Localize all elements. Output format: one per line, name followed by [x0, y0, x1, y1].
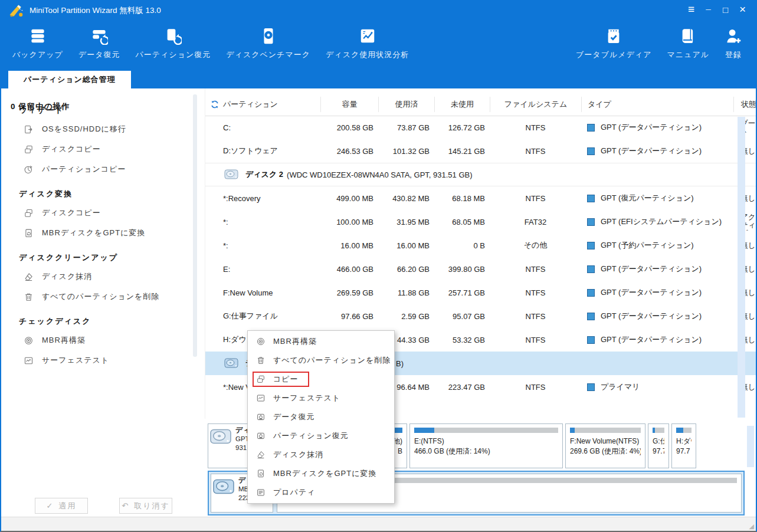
diskmap-scrollbar[interactable]: [747, 426, 754, 467]
menu-entry: プロパティ: [255, 486, 320, 499]
sidebar-item-disk-copy-2[interactable]: ディスクコピー: [1, 203, 196, 223]
context-menu-item-label: データ復元: [273, 412, 315, 422]
minimize-icon[interactable]: [700, 1, 717, 18]
trash-icon: [24, 292, 34, 302]
partition-unused: 257.71 GB: [434, 288, 490, 297]
toolbar-item-data-recovery[interactable]: データ復元: [71, 21, 128, 60]
partition-capacity: 499.00 MB: [320, 194, 378, 203]
toolbar-item-bootable-media[interactable]: ブータブルメディア: [568, 21, 659, 60]
column-partition[interactable]: パーティション: [205, 97, 320, 112]
sidebar-item-label: すべてのパーティションを削除: [42, 291, 159, 302]
wipe-icon: [256, 450, 266, 459]
column-filesystem[interactable]: ファイルシステム: [490, 97, 581, 112]
context-menu-item-mbr-to-gpt[interactable]: MBRディスクをGPTに変換: [248, 465, 394, 483]
disk-row[interactable]: ディスク 2(WDC WD10EZEX-08WN4A0 SATA, GPT, 9…: [205, 163, 757, 186]
partition-row[interactable]: F:New Volume269.59 GB11.88 GB257.71 GBNT…: [205, 281, 757, 304]
main-toolbar: バックアップデータ復元パーティション復元ディスクベンチマークディスク使用状況分析…: [1, 21, 756, 71]
partition-row[interactable]: *:Recovery499.00 MB430.82 MB68.18 MBNTFS…: [205, 186, 757, 210]
partition-row[interactable]: *:16.00 MB16.00 MB0 Bその他GPT (予約パーティション)無…: [205, 234, 757, 257]
partition-status: 無し: [733, 265, 757, 273]
type-color-square: [587, 383, 595, 391]
partition-filesystem: NTFS: [490, 312, 581, 321]
sidebar-item-partition-copy[interactable]: パーティションコピー: [1, 159, 196, 179]
partition-row[interactable]: G:仕事ファイル97.66 GB2.59 GB95.07 GBNTFSGPT (…: [205, 304, 757, 328]
type-color-square: [587, 265, 595, 273]
partition-row[interactable]: D:ソフトウェア246.53 GB101.32 GB145.21 GBNTFSG…: [205, 139, 757, 163]
partition-used: 73.87 GB: [378, 123, 434, 132]
refresh-icon[interactable]: [209, 99, 220, 110]
context-menu-item-label: パーティション復元: [273, 431, 349, 441]
window-controls: [683, 1, 751, 18]
app-logo-icon: [8, 3, 24, 18]
sidebar-item-rebuild-mbr[interactable]: MBR再構築: [1, 330, 196, 350]
context-menu-item-delete-all-partitions[interactable]: すべてのパーティションを削除: [248, 352, 394, 370]
usage-bar: [570, 428, 641, 433]
resize-grip-icon[interactable]: ◢: [749, 523, 754, 530]
toolbar-right: ブータブルメディアマニュアル登録: [568, 21, 750, 60]
toolbar-item-disk-benchmark[interactable]: ディスクベンチマーク: [218, 21, 318, 60]
diskmap-partition-e[interactable]: E:(NTFS)466.0 GB (使用済: 14%): [409, 423, 563, 468]
partition-used: 101.32 GB: [378, 147, 434, 156]
usage-bar: [676, 428, 692, 433]
context-menu-item-wipe-disk[interactable]: ディスク抹消: [248, 446, 394, 464]
maximize-icon[interactable]: [717, 1, 734, 18]
bootable-media-icon: [605, 27, 622, 45]
partition-name: F:New Volume: [205, 288, 320, 297]
surface-icon: [256, 393, 266, 403]
partition-card-size: 269.6 GB (使用済: 4%): [570, 446, 641, 457]
menu-icon[interactable]: [683, 1, 700, 18]
sidebar-item-disk-copy[interactable]: ディスクコピー: [1, 139, 196, 159]
diskmap-partition-g[interactable]: G:仕事ファイル97.7 GB: [648, 423, 669, 468]
sidebar-nav: ウィザードOSをSSD/HDDに移行ディスクコピーパーティションコピーディスク変…: [1, 96, 196, 370]
table-header: パーティション 容量 使用済 未使用 ファイルシステム タイプ 状態: [205, 93, 757, 116]
column-unused[interactable]: 未使用: [434, 97, 490, 112]
table-scrollbar[interactable]: [738, 117, 745, 418]
sidebar-item-delete-all-partitions[interactable]: すべてのパーティションを削除: [1, 287, 196, 307]
type-color-square: [587, 289, 595, 297]
partition-name: C:: [205, 123, 320, 132]
sidebar-item-label: ディスクコピー: [42, 144, 101, 155]
partition-type: GPT (データパーティション): [581, 264, 733, 274]
diskmap-partition-h[interactable]: H:ダウン97.7 GB: [671, 423, 696, 468]
context-menu-item-data-recovery[interactable]: データ復元: [248, 408, 394, 426]
column-used[interactable]: 使用済: [378, 97, 434, 112]
column-capacity[interactable]: 容量: [320, 97, 378, 112]
toolbar-item-register[interactable]: 登録: [717, 21, 750, 60]
context-menu-item-rebuild-mbr[interactable]: MBR再構築: [248, 333, 394, 351]
partition-status: 無し: [733, 383, 757, 391]
context-menu-item-copy[interactable]: コピー: [248, 370, 394, 389]
target-icon: [256, 337, 266, 346]
context-menu-item-surface-test[interactable]: サーフェステスト: [248, 389, 394, 408]
partition-row[interactable]: C:200.58 GB73.87 GB126.72 GBNTFSGPT (データ…: [205, 116, 757, 139]
toolbar-item-backup[interactable]: バックアップ: [5, 21, 71, 60]
partition-row[interactable]: E:466.00 GB66.20 GB399.80 GBNTFSGPT (データ…: [205, 257, 757, 281]
sidebar-item-surface-test[interactable]: サーフェステスト: [1, 350, 196, 370]
toolbar-item-disk-usage-analyzer[interactable]: ディスク使用状況分析: [318, 21, 417, 60]
toolbar-item-manual[interactable]: マニュアル: [659, 21, 717, 60]
usage-bar: [653, 428, 664, 433]
partition-capacity: 466.00 GB: [320, 265, 378, 274]
context-menu-item-properties[interactable]: プロパティ: [248, 484, 394, 502]
partition-unused: 95.07 GB: [434, 312, 490, 321]
context-menu-item-partition-recovery[interactable]: パーティション復元: [248, 427, 394, 445]
partition-used: 430.82 MB: [378, 194, 434, 203]
toolbar-item-partition-recovery[interactable]: パーティション復元: [127, 21, 218, 60]
sidebar-scrollbar[interactable]: [193, 94, 197, 357]
column-status[interactable]: 状態: [733, 97, 757, 112]
partition-name: *:Recovery: [205, 194, 320, 203]
close-icon[interactable]: [734, 1, 751, 18]
column-type[interactable]: タイプ: [581, 97, 733, 112]
sidebar-item-wipe-disk[interactable]: ディスク抹消: [1, 267, 196, 287]
tab-partition-management[interactable]: パーティション総合管理: [8, 71, 131, 88]
undo-button[interactable]: ↶取り消す: [119, 498, 172, 514]
partition-recovery-icon: [164, 27, 182, 45]
partition-row[interactable]: *:100.00 MB31.95 MB68.05 MBFAT32GPT (EFI…: [205, 210, 757, 234]
diskmap-partition-f[interactable]: F:New Volume(NTFS)269.6 GB (使用済: 4%): [565, 423, 645, 468]
status-bar: ◢: [1, 517, 756, 531]
partition-type: GPT (復元パーティション): [581, 193, 733, 203]
undo-arrow-icon: ↶: [122, 501, 129, 510]
toolbar-item-label: ディスクベンチマーク: [226, 50, 310, 60]
sidebar-item-mbr-to-gpt[interactable]: MBRディスクをGPTに変換: [1, 223, 196, 243]
apply-button[interactable]: ✓適用: [35, 498, 88, 514]
sidebar-item-migrate-os[interactable]: OSをSSD/HDDに移行: [1, 119, 196, 139]
